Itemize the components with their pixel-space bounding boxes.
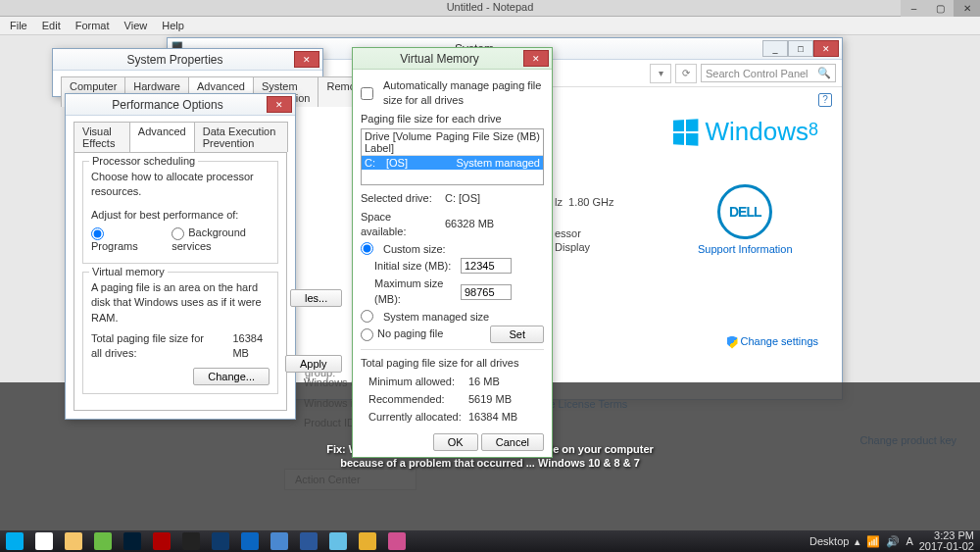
start-icon[interactable] — [0, 530, 29, 552]
virtual-memory-group: Virtual memory A paging file is an area … — [82, 272, 278, 394]
vm-titlebar[interactable]: Virtual Memory ✕ — [353, 48, 552, 70]
app-icon[interactable] — [88, 530, 118, 552]
radio-no-paging[interactable]: No paging file — [361, 327, 443, 341]
close-button[interactable]: ✕ — [267, 96, 292, 113]
sel-drive-label: Selected drive: — [361, 191, 439, 206]
menu-help[interactable]: Help — [155, 18, 191, 33]
refresh-button[interactable]: ⟳ — [675, 64, 697, 83]
initial-label: Initial size (MB): — [374, 259, 455, 274]
apply-button[interactable]: Apply — [285, 355, 342, 373]
perf-titlebar[interactable]: Performance Options ✕ — [66, 94, 295, 116]
explorer-icon[interactable] — [59, 530, 88, 552]
sched-desc: Choose how to allocate processor resourc… — [91, 170, 270, 200]
minimize-button[interactable]: – — [901, 0, 927, 17]
performance-options-window: Performance Options ✕ Visual Effects Adv… — [65, 93, 296, 420]
radio-system-managed[interactable]: System managed size — [361, 310, 544, 323]
cancel-button[interactable]: Cancel — [481, 433, 544, 451]
folder-icon[interactable] — [265, 530, 294, 552]
min-label: Minimum allowed: — [368, 375, 463, 389]
filezilla-icon[interactable] — [147, 530, 176, 552]
photos-icon[interactable] — [382, 530, 412, 552]
each-drive-label: Paging file size for each drive — [361, 112, 544, 126]
menu-format[interactable]: Format — [69, 18, 117, 33]
camtasia-icon[interactable] — [176, 530, 206, 552]
search-input[interactable]: Search Control Panel 🔍 — [701, 64, 836, 82]
chrome-icon[interactable] — [29, 530, 59, 552]
vm-desc: A paging file is an area on the hard dis… — [91, 280, 270, 326]
system-properties-window: System Properties ✕ Computer Name Hardwa… — [52, 48, 323, 97]
caption-line2: because of a problem that occurred ... W… — [326, 457, 654, 471]
windows8-logo: Windows8 — [672, 117, 819, 147]
close-button[interactable]: ✕ — [954, 0, 980, 17]
perf-tabs: Visual Effects Advanced Data Execution P… — [66, 116, 295, 152]
sched-title: Processor scheduling — [89, 155, 198, 167]
search-placeholder: Search Control Panel — [706, 68, 808, 79]
menu-view[interactable]: View — [118, 18, 155, 33]
tray-up-icon[interactable]: ▴ — [855, 535, 860, 548]
spec-display: Display — [555, 240, 590, 255]
drive-list[interactable]: Drive [Volume Label]Paging File Size (MB… — [361, 128, 544, 185]
radio-programs[interactable]: Programs — [91, 226, 144, 252]
notepad-icon[interactable] — [323, 530, 353, 552]
windows-logo-icon — [672, 119, 698, 145]
branding-area: Windows8 DELL Support Information — [672, 117, 819, 255]
help-button[interactable]: ? — [818, 93, 832, 107]
photoshop-icon[interactable] — [118, 530, 147, 552]
tray-sound-icon[interactable]: 🔊 — [886, 535, 900, 548]
initial-size-input[interactable] — [461, 258, 512, 274]
vm-total: 16384 MB — [232, 331, 270, 362]
system-tray: Desktop ▴ 📶 🔊 A 3:23 PM 2017-01-02 — [809, 530, 980, 552]
sched-adjust: Adjust for best performance of: — [91, 208, 270, 223]
support-info-link[interactable]: Support Information — [672, 243, 819, 255]
drive-row[interactable]: C:[OS]System managed — [362, 156, 543, 170]
tab-visual-effects[interactable]: Visual Effects — [74, 122, 130, 152]
spec-ghz: lz 1.80 GHz — [555, 195, 614, 210]
close-button[interactable]: ✕ — [813, 40, 839, 57]
dropdown-button[interactable]: ▾ — [650, 64, 671, 83]
menu-edit[interactable]: Edit — [35, 18, 68, 33]
word-icon[interactable] — [294, 530, 323, 552]
tab-dep[interactable]: Data Execution Prevention — [194, 122, 288, 152]
vm-title: Virtual Memory — [356, 52, 523, 66]
auto-manage-checkbox[interactable]: Automatically manage paging file size fo… — [361, 78, 544, 109]
set-button[interactable]: Set — [490, 326, 544, 343]
cur-value: 16384 MB — [468, 410, 517, 425]
tray-desktop[interactable]: Desktop — [809, 535, 849, 547]
change-button[interactable]: Change... — [193, 368, 270, 385]
change-settings-link[interactable]: Change settings — [727, 335, 819, 349]
max-label: Maximum size (MB): — [374, 276, 455, 307]
vm-title: Virtual memory — [89, 266, 168, 277]
maximize-button[interactable]: □ — [788, 40, 813, 57]
min-value: 16 MB — [468, 375, 500, 389]
rec-value: 5619 MB — [468, 392, 512, 407]
teamviewer-icon[interactable] — [235, 530, 265, 552]
tray-network-icon[interactable]: 📶 — [866, 535, 880, 548]
viewer-icon[interactable] — [353, 530, 382, 552]
vnc-icon[interactable] — [206, 530, 235, 552]
space-value: 66328 MB — [445, 217, 494, 231]
sel-drive-value: C: [OS] — [445, 191, 480, 206]
win-text: Windows8 — [706, 117, 819, 147]
sysprops-title: System Properties — [56, 53, 294, 67]
sysprops-titlebar[interactable]: System Properties ✕ — [53, 49, 322, 71]
shield-icon — [727, 336, 738, 349]
files-button[interactable]: les... — [290, 289, 342, 307]
vm-total-label: Total paging file size for all drives: — [91, 331, 212, 362]
radio-custom-size[interactable]: Custom size: — [361, 242, 544, 255]
max-size-input[interactable] — [461, 284, 512, 300]
maximize-button[interactable]: ▢ — [927, 0, 954, 17]
tray-lang[interactable]: A — [906, 535, 912, 547]
radio-background[interactable]: Background services — [172, 226, 270, 252]
tray-date[interactable]: 2017-01-02 — [919, 541, 974, 552]
notepad-title: Untitled - Notepad — [447, 1, 534, 13]
dell-logo: DELL — [717, 184, 772, 239]
space-label: Space available: — [361, 210, 439, 240]
close-button[interactable]: ✕ — [523, 50, 549, 67]
tab-advanced[interactable]: Advanced — [129, 122, 195, 152]
cur-label: Currently allocated: — [368, 410, 463, 425]
menu-file[interactable]: File — [3, 18, 34, 33]
minimize-button[interactable]: _ — [762, 40, 788, 57]
close-button[interactable]: ✕ — [294, 51, 319, 68]
perf-title: Performance Options — [69, 98, 267, 112]
ok-button[interactable]: OK — [433, 433, 478, 451]
